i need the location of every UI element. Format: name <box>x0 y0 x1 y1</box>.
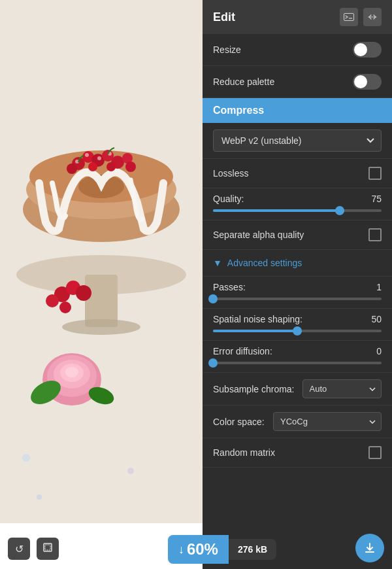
crop-icon <box>42 542 54 556</box>
lossless-row: Lossless <box>203 159 392 188</box>
compress-arrow: ↓ <box>178 543 184 557</box>
format-dropdown-row: WebP v2 (unstable) WebP v1 JPEG PNG AVIF <box>203 123 392 159</box>
header-icons <box>340 8 382 26</box>
crop-button[interactable] <box>37 538 59 560</box>
svg-point-37 <box>37 494 42 500</box>
quality-value: 75 <box>362 194 382 204</box>
svg-point-15 <box>67 164 77 174</box>
random-matrix-row: Random matrix <box>203 438 392 468</box>
spatial-fill <box>213 330 297 332</box>
colorspace-label: Color space: <box>213 417 265 427</box>
error-diffusion-value: 0 <box>362 346 382 356</box>
subsample-label: Subsample chroma: <box>213 384 295 394</box>
spatial-value: 50 <box>362 314 382 324</box>
panel-title: Edit <box>213 10 235 24</box>
svg-point-20 <box>85 153 89 157</box>
spatial-label: Spatial noise shaping: <box>213 314 302 324</box>
error-diffusion-slider-row: Error diffusion: 0 <box>203 341 392 373</box>
svg-point-32 <box>65 367 78 377</box>
separate-alpha-label: Separate alpha quality <box>213 230 304 240</box>
subsample-row: Subsample chroma: Auto 4:2:0 4:4:4 <box>203 373 392 405</box>
compression-badge: ↓ 60% <box>168 535 229 564</box>
download-button[interactable] <box>355 534 384 562</box>
svg-point-26 <box>46 294 59 307</box>
reduce-palette-label: Reduce palette <box>213 77 274 87</box>
bottom-left-icons: ↺ <box>8 538 59 560</box>
passes-value: 1 <box>362 282 382 292</box>
separate-alpha-row: Separate alpha quality <box>203 220 392 250</box>
passes-label: Passes: <box>213 282 246 292</box>
format-select[interactable]: WebP v2 (unstable) WebP v1 JPEG PNG AVIF <box>213 129 382 152</box>
quality-slider[interactable] <box>213 209 382 212</box>
colorspace-row: Color space: YCoCg YCbCr sRGB <box>203 405 392 438</box>
reduce-palette-toggle[interactable] <box>353 74 382 90</box>
file-size: 276 kB <box>238 544 267 555</box>
arrows-button[interactable] <box>363 8 382 26</box>
svg-rect-38 <box>344 14 354 21</box>
quality-label: Quality: <box>213 194 244 204</box>
quality-slider-row: Quality: 75 <box>203 188 392 220</box>
svg-point-35 <box>22 454 30 462</box>
passes-thumb[interactable] <box>208 294 218 303</box>
resize-toggle[interactable] <box>353 42 382 58</box>
spatial-thumb[interactable] <box>293 326 302 336</box>
rotate-button[interactable]: ↺ <box>8 538 30 560</box>
spatial-slider[interactable] <box>213 330 382 332</box>
svg-point-18 <box>106 162 116 171</box>
compress-percent: 60% <box>187 540 218 559</box>
resize-toggle-knob <box>354 43 367 56</box>
svg-point-36 <box>127 468 134 474</box>
error-diffusion-thumb[interactable] <box>208 358 218 368</box>
random-matrix-checkbox[interactable] <box>368 446 382 459</box>
colorspace-select[interactable]: YCoCg YCbCr sRGB <box>273 412 382 431</box>
svg-point-25 <box>76 285 91 301</box>
advanced-settings-toggle[interactable]: ▼ Advanced settings <box>203 250 392 277</box>
svg-point-17 <box>88 162 97 171</box>
quality-thumb[interactable] <box>335 206 344 215</box>
spatial-slider-row: Spatial noise shaping: 50 <box>203 309 392 341</box>
rotate-icon: ↺ <box>15 543 24 555</box>
edit-panel: Edit Resize Reduce palette <box>203 0 392 569</box>
download-icon <box>363 542 376 555</box>
terminal-icon <box>344 13 354 21</box>
quality-fill <box>213 209 340 212</box>
file-size-badge: 276 kB <box>229 539 276 560</box>
svg-point-27 <box>59 302 71 313</box>
bottom-bar: ↺ ↓ 60% 276 kB <box>0 530 392 569</box>
subsample-select[interactable]: Auto 4:2:0 4:4:4 <box>302 379 382 398</box>
compression-info: ↓ 60% 276 kB <box>168 535 276 564</box>
svg-point-4 <box>62 319 140 335</box>
lossless-checkbox[interactable] <box>368 167 382 180</box>
reduce-palette-row: Reduce palette <box>203 66 392 98</box>
arrows-icon <box>367 13 378 21</box>
reduce-palette-toggle-knob <box>354 75 367 88</box>
resize-row: Resize <box>203 34 392 66</box>
error-diffusion-slider[interactable] <box>213 362 382 364</box>
separate-alpha-checkbox[interactable] <box>368 228 382 241</box>
passes-slider[interactable] <box>213 298 382 300</box>
passes-slider-row: Passes: 1 <box>203 277 392 309</box>
advanced-settings-label: Advanced settings <box>227 258 302 268</box>
terminal-button[interactable] <box>340 8 358 26</box>
error-diffusion-label: Error diffusion: <box>213 346 272 356</box>
panel-header: Edit <box>203 0 392 34</box>
random-matrix-label: Random matrix <box>213 447 275 458</box>
svg-point-16 <box>125 162 136 172</box>
compress-section-header: Compress <box>203 98 392 123</box>
compress-label: Compress <box>213 105 264 116</box>
lossless-label: Lossless <box>213 168 248 179</box>
chevron-down-icon: ▼ <box>213 258 222 268</box>
svg-rect-41 <box>45 545 50 550</box>
svg-point-21 <box>97 156 101 160</box>
resize-label: Resize <box>213 44 241 55</box>
